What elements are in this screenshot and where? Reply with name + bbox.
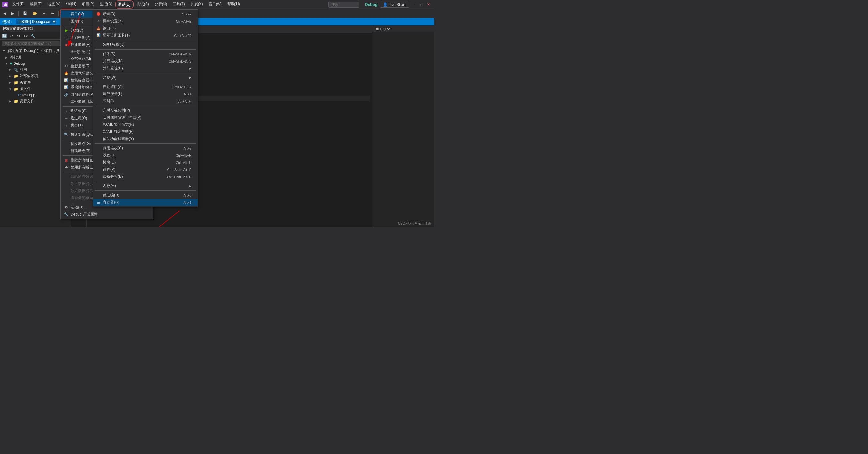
- menu-item-immediate[interactable]: 即时(I) Ctrl+Alt+I: [93, 98, 198, 105]
- stop-icon: ■: [64, 42, 69, 47]
- minimize-button[interactable]: −: [412, 2, 418, 8]
- menu-test[interactable]: 测试(S): [134, 0, 152, 9]
- shortcut-label: Ctrl+Shift+Alt+P: [167, 168, 191, 171]
- menu-item-diag-analysis[interactable]: 诊断分析(D) Ctrl+Shift+Alt+D: [93, 173, 198, 180]
- menu-label: 内存(M): [103, 183, 116, 189]
- menu-project[interactable]: 项目(P): [79, 0, 97, 9]
- menu-item-threads[interactable]: 线程(H) Ctrl+Alt+H: [93, 152, 198, 159]
- folder-icon: 📁: [13, 87, 18, 91]
- tree-expand-icon: ▶: [9, 99, 12, 103]
- menu-item-xaml-preview[interactable]: XAML 实时预览(R): [93, 121, 198, 128]
- menu-label: 重新启动(R): [71, 63, 91, 69]
- menu-analyze[interactable]: 分析(N): [152, 0, 170, 9]
- menu-edit[interactable]: 编辑(E): [28, 0, 45, 9]
- menu-item-watch[interactable]: 监视(W) ▶: [93, 74, 198, 81]
- menu-label: 实时可视化树(V): [103, 108, 130, 113]
- shortcut-label: Alt+5: [184, 201, 191, 204]
- menu-item-processes[interactable]: 进程(P) Ctrl+Shift+Alt+P: [93, 166, 198, 173]
- menu-item-gpu-threads[interactable]: GPU 线程(U): [93, 41, 198, 48]
- menu-label: 并行监视(R): [103, 66, 123, 71]
- menu-build[interactable]: 生成(B): [97, 0, 115, 9]
- toggle-bp-icon: [64, 141, 69, 147]
- menu-label: 寄存器(G): [103, 200, 119, 205]
- menu-item-exception-settings[interactable]: ⚠ 异常设置(X) Ctrl+Alt+E: [93, 18, 198, 25]
- menu-debug[interactable]: 调试(D): [115, 0, 133, 9]
- parallel-watch-icon: [96, 66, 101, 71]
- menu-label: 诊断分析(D): [103, 174, 123, 179]
- menu-extensions[interactable]: 扩展(X): [188, 0, 206, 9]
- menu-label: XAML 绑定失败(F): [103, 129, 133, 134]
- menu-item-auto-window[interactable]: 自动窗口(A) Ctrl+Alt+V, A: [93, 83, 198, 90]
- menu-label: 实时属性资源管理器(P): [103, 115, 141, 120]
- toolbar-redo[interactable]: ↪: [49, 10, 56, 17]
- menu-label: 调用堆栈(C): [103, 145, 123, 151]
- apply-code-icon: 🔥: [64, 71, 69, 76]
- shortcut-label: Ctrl+Alt+U: [176, 161, 191, 164]
- menu-item-diag-tools[interactable]: 📊 显示诊断工具(T) Ctrl+Alt+F2: [93, 32, 198, 39]
- memory-icon: [96, 184, 101, 189]
- menu-item-live-props[interactable]: 实时属性资源管理器(P): [93, 114, 198, 121]
- tree-label: 外部源: [10, 55, 21, 60]
- menu-label: 全部终止(M): [71, 56, 91, 62]
- menu-item-tasks[interactable]: 任务(S) Ctrl+Shift+D, K: [93, 51, 198, 58]
- menu-item-live-tree[interactable]: 实时可视化树(V): [93, 107, 198, 114]
- toolbar-undo[interactable]: ↩: [40, 10, 48, 17]
- sidebar-title: 解决方案资源管理器: [2, 26, 59, 31]
- menu-label: 异常设置(X): [103, 19, 123, 24]
- menu-view[interactable]: 视图(V): [45, 0, 63, 9]
- menu-item-xaml-binding[interactable]: XAML 绑定失败(F): [93, 128, 198, 135]
- toolbar-open[interactable]: 📂: [31, 10, 39, 17]
- menu-item-accessibility[interactable]: 辅助功能检查器(Y): [93, 135, 198, 142]
- menu-item-modules[interactable]: 模块(O) Ctrl+Alt+U: [93, 159, 198, 166]
- menu-label: 逐过程(O): [71, 116, 87, 121]
- toolbar-save[interactable]: 💾: [21, 10, 29, 17]
- sidebar-code-btn[interactable]: <>: [23, 33, 29, 39]
- menu-item-memory[interactable]: 内存(M) ▶: [93, 183, 198, 190]
- menu-label: 选项(O)...: [71, 205, 86, 210]
- folder-icon: 📁: [13, 74, 18, 78]
- close-button[interactable]: ✕: [425, 2, 432, 8]
- menu-label: 输出(O): [103, 26, 116, 31]
- cpp-icon: +*: [17, 93, 21, 97]
- maximize-button[interactable]: □: [418, 2, 425, 8]
- menu-item-disassembly[interactable]: 反汇编(D) Alt+8: [93, 192, 198, 199]
- menu-item-call-stack[interactable]: 调用堆栈(C) Alt+7: [93, 144, 198, 152]
- menu-file[interactable]: 文件(F): [10, 0, 27, 9]
- process-select[interactable]: [58664] Debug.exe: [16, 19, 56, 25]
- menu-label: 即时(I): [103, 98, 114, 104]
- menu-label: 断点(B): [103, 11, 115, 17]
- menu-item-parallel-stacks[interactable]: 并行堆栈(K) Ctrl+Shift+D, S: [93, 58, 198, 65]
- process-label: 进程：: [2, 19, 13, 25]
- menu-item-registers[interactable]: 🗃 寄存器(G) Alt+5: [93, 199, 198, 206]
- menu-item-debug-props[interactable]: 🔧 Debug 调试属性: [61, 211, 153, 218]
- tree-expand-icon: ▶: [9, 81, 12, 84]
- menu-item-parallel-watch[interactable]: 并行监视(R) ▶: [93, 65, 198, 72]
- sidebar-forward-btn[interactable]: ↪: [16, 33, 22, 39]
- toolbar-back[interactable]: ◀: [1, 10, 8, 17]
- menu-item-locals[interactable]: 局部变量(L) Alt+4: [93, 90, 198, 98]
- menu-help[interactable]: 帮助(H): [225, 0, 243, 9]
- menu-label: 局部变量(L): [103, 91, 122, 97]
- sidebar-back-btn[interactable]: ↩: [8, 33, 14, 39]
- search-input[interactable]: [329, 2, 359, 8]
- tree-expand-icon: ▶: [5, 56, 9, 59]
- sidebar-sync-btn[interactable]: 🔄: [1, 33, 7, 39]
- right-panel-scope-select[interactable]: main(): [375, 27, 391, 31]
- menu-item-output[interactable]: 📤 输出(O): [93, 25, 198, 32]
- tree-expand-icon: ▼: [2, 49, 6, 53]
- sidebar-settings-btn[interactable]: 🔧: [30, 33, 36, 39]
- menu-window[interactable]: 窗口(W): [206, 0, 224, 9]
- menu-sep: [95, 181, 196, 182]
- live-props-icon: [96, 115, 101, 120]
- shortcut-label: Ctrl+Shift+Alt+D: [167, 175, 191, 179]
- menu-item-breakpoints[interactable]: 🔴 断点(B) Alt+F9: [93, 10, 198, 18]
- menu-git[interactable]: Git(G): [63, 0, 79, 9]
- detach-icon: [64, 50, 69, 55]
- delete-all-bp-icon: 🗑: [64, 158, 69, 163]
- live-share-button[interactable]: 👤 Live Share: [380, 2, 409, 8]
- menu-label: 并行堆栈(K): [103, 59, 123, 64]
- toolbar-forward[interactable]: ▶: [9, 10, 16, 17]
- other-targets-icon: [64, 99, 69, 104]
- menu-tools[interactable]: 工具(T): [170, 0, 187, 9]
- tree-expand-icon: ▼: [9, 87, 12, 91]
